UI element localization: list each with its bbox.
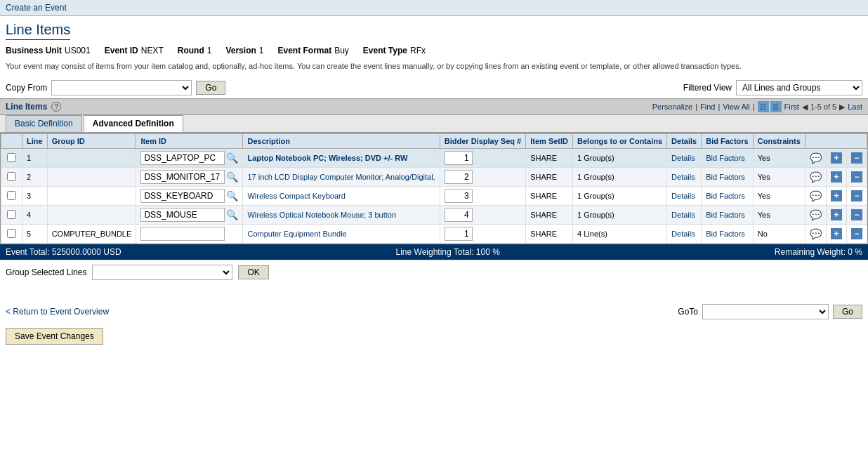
row1-comment-icon[interactable]: 💬 [810,152,822,164]
row3-item-id-input[interactable] [140,189,225,203]
row4-comment-icon[interactable]: 💬 [810,209,822,220]
row4-line: 4 [22,206,48,225]
filtered-view-select[interactable]: All Lines and Groups Lines Only Groups O… [736,80,862,95]
row3-seq-input[interactable] [445,189,473,203]
row4-checkbox[interactable] [7,210,16,219]
row2-checkbox[interactable] [7,172,16,181]
tab-basic[interactable]: Basic Definition [6,115,82,132]
return-link[interactable]: < Return to Event Overview [6,307,109,317]
row2-seq-input[interactable] [445,170,473,184]
row5-add-button[interactable]: + [831,228,842,239]
pagination-info: 1-5 of 5 [810,102,836,111]
row5-description: Computer Equipment Bundle [243,225,440,244]
row1-details-link[interactable]: Details [671,154,695,162]
row1-remove-button[interactable]: − [851,152,862,164]
row3-lookup-icon[interactable]: 🔍 [226,190,238,201]
copy-from-select[interactable] [51,80,192,95]
row3-checkbox-cell [1,187,22,206]
row2-checkbox-cell [1,168,22,187]
row1-lookup-icon[interactable]: 🔍 [226,152,238,164]
row3-remove-button[interactable]: − [851,190,862,201]
copy-from-label: Copy From [6,83,47,93]
group-selected-select[interactable] [92,265,232,280]
row1-add-button[interactable]: + [831,152,842,164]
row5-constraints: No [753,225,805,244]
row4-details-link[interactable]: Details [671,211,695,219]
breadcrumb-link[interactable]: Create an Event [6,3,67,13]
last-link[interactable]: Last [848,102,862,111]
row3-details-link[interactable]: Details [671,192,695,200]
row5-checkbox[interactable] [7,229,16,238]
row1-bid-factors-link[interactable]: Bid Factors [706,154,745,162]
row2-details-link[interactable]: Details [671,173,695,181]
row3-bid-factors-link[interactable]: Bid Factors [706,192,745,200]
event-total: Event Total: 525000.0000 USD [6,247,121,257]
first-link[interactable]: First [784,102,799,111]
row3-add-button[interactable]: + [831,190,842,201]
event-type-value: RFx [410,46,426,55]
row4-add-button[interactable]: + [831,209,842,220]
row1-checkbox[interactable] [7,153,16,162]
row5-details-link[interactable]: Details [671,230,695,238]
page-title: Line Items [6,22,70,40]
row3-minus-cell: − [846,187,867,206]
row3-seq-cell [440,187,525,206]
row5-item-id-cell [136,225,243,244]
row1-item-id-input[interactable] [140,151,225,165]
row4-item-id-input[interactable] [140,208,225,222]
view-all-link[interactable]: View All [723,102,749,111]
row4-seq-input[interactable] [445,208,473,222]
grid-view-icon[interactable]: ☷ [758,101,769,112]
row2-comment-icon[interactable]: 💬 [810,171,822,183]
filtered-view-label: Filtered View [683,83,732,93]
row2-bid-factors-link[interactable]: Bid Factors [706,173,745,181]
goto-select[interactable] [702,304,829,319]
row2-constraints: Yes [753,168,805,187]
row5-remove-button[interactable]: − [851,228,862,239]
list-view-icon[interactable]: ☰ [770,101,782,112]
col-item-id: Item ID [136,134,243,149]
group-selected-label: Group Selected Lines [6,267,86,277]
business-unit-value: US001 [65,46,91,55]
event-type-label: Event Type [363,46,407,55]
find-link[interactable]: Find [700,102,715,111]
event-format: Event Format Buy [277,46,348,55]
row5-comment-icon[interactable]: 💬 [810,228,822,239]
tab-advanced[interactable]: Advanced Definition [84,115,183,132]
row5-bid-factors-link[interactable]: Bid Factors [706,230,745,238]
table-row: 2 🔍 17 inch LCD Display Computer Monitor… [1,168,867,187]
col-actions [805,134,867,149]
row2-remove-button[interactable]: − [851,171,862,183]
group-section: Group Selected Lines OK [0,260,868,284]
col-description: Description [243,134,440,149]
save-button[interactable]: Save Event Changes [6,328,103,345]
copy-from-go-button[interactable]: Go [196,81,225,95]
table-header-row: Line Group ID Item ID Description Bidder… [1,134,867,149]
row5-seq-input[interactable] [445,227,473,241]
row4-lookup-icon[interactable]: 🔍 [226,209,238,220]
row5-item-id-input[interactable] [140,227,225,241]
row4-remove-button[interactable]: − [851,209,862,220]
group-ok-button[interactable]: OK [238,265,268,279]
row2-setid: SHARE [526,168,573,187]
bottom-left: < Return to Event Overview [6,307,109,317]
row2-item-id-input[interactable] [140,170,225,184]
goto-button[interactable]: Go [833,305,862,319]
goto-label: GoTo [678,307,698,317]
row3-checkbox[interactable] [7,191,16,200]
row1-seq-input[interactable] [445,151,473,165]
help-icon[interactable]: ? [51,102,61,112]
page-title-section: Line Items [0,16,868,43]
round: Round 1 [178,46,212,55]
row1-description: Laptop Notebook PC; Wireless; DVD +/- RW [243,149,440,168]
row1-line: 1 [22,149,48,168]
row2-lookup-icon[interactable]: 🔍 [226,171,238,183]
row2-add-button[interactable]: + [831,171,842,183]
row5-setid: SHARE [526,225,573,244]
row4-bid-factors-link[interactable]: Bid Factors [706,211,745,219]
personalize-link[interactable]: Personalize [652,102,692,111]
row3-comment-icon[interactable]: 💬 [810,190,822,201]
event-format-value: Buy [334,46,349,55]
table-row: 5 COMPUTER_BUNDLE Computer Equipment Bun… [1,225,867,244]
row2-minus-cell: − [846,168,867,187]
